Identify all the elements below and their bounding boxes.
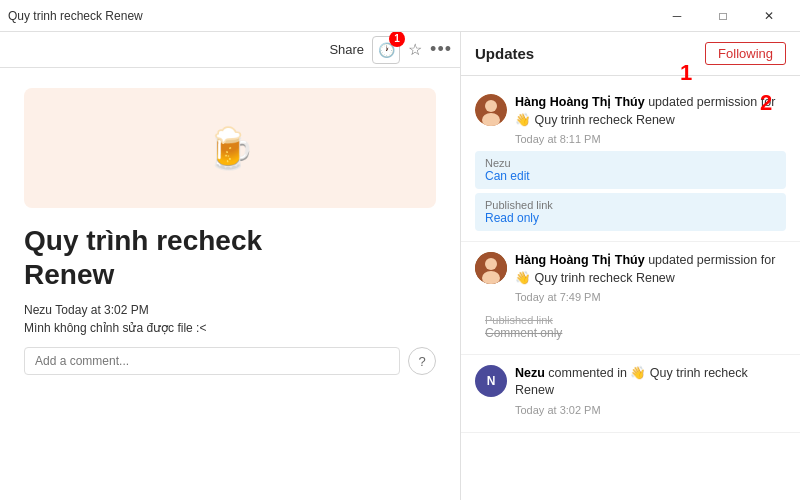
comment-area: ? [24, 347, 436, 375]
update-doc: 👋 Quy trinh recheck Renew [515, 113, 675, 127]
document-hero: 🍺 [24, 88, 436, 208]
update-time: Today at 3:02 PM [515, 403, 786, 418]
updates-header: Updates Following [461, 32, 800, 76]
doc-author: Nezu [24, 303, 52, 317]
permission-box: Nezu Can edit [475, 151, 786, 189]
update-text: Hàng Hoàng Thị Thúy updated permission f… [515, 252, 786, 305]
update-item: Hàng Hoàng Thị Thúy updated permission f… [461, 84, 800, 242]
main-area: Share 🕐 1 ☆ ••• 🍺 Quy trình recheck Rene… [0, 32, 800, 500]
update-action: updated permission for [648, 253, 775, 267]
comment-input[interactable] [24, 347, 400, 375]
left-panel: Share 🕐 1 ☆ ••• 🍺 Quy trình recheck Rene… [0, 32, 460, 500]
permission-label-strike: Published link [485, 314, 776, 326]
update-author: Hàng Hoàng Thị Thúy [515, 253, 645, 267]
share-button[interactable]: Share [329, 42, 364, 57]
update-doc: 👋 Quy trinh recheck Renew [515, 271, 675, 285]
help-button[interactable]: ? [408, 347, 436, 375]
following-button[interactable]: Following [705, 42, 786, 65]
document-content: 🍺 Quy trình recheck Renew Nezu Today at … [0, 68, 460, 500]
document-meta: Nezu Today at 3:02 PM [24, 303, 436, 317]
close-button[interactable]: ✕ [746, 0, 792, 32]
help-icon: ? [418, 354, 425, 369]
right-panel: Updates Following Hàng Hoàng Thị Thúy [460, 32, 800, 500]
updates-title: Updates [475, 45, 534, 62]
toolbar: Share 🕐 1 ☆ ••• [0, 32, 460, 68]
update-action: commented in [548, 366, 630, 380]
update-text: Nezu commented in 👋 Quy trinh recheck Re… [515, 365, 786, 418]
hero-emoji: 🍺 [205, 125, 255, 172]
avatar [475, 94, 507, 126]
update-time: Today at 7:49 PM [515, 290, 786, 305]
update-author: Hàng Hoàng Thị Thúy [515, 95, 645, 109]
title-bar: Quy trinh recheck Renew ─ □ ✕ [0, 0, 800, 32]
permission-value: Can edit [485, 169, 776, 183]
avatar: N [475, 365, 507, 397]
update-item-header: Hàng Hoàng Thị Thúy updated permission f… [475, 94, 786, 147]
history-button[interactable]: 🕐 1 [372, 36, 400, 64]
permission-label: Nezu [485, 157, 776, 169]
permission-label-2: Published link [485, 199, 776, 211]
update-text: Hàng Hoàng Thị Thúy updated permission f… [515, 94, 786, 147]
updates-list: Hàng Hoàng Thị Thúy updated permission f… [461, 76, 800, 500]
update-time: Today at 8:11 PM [515, 132, 786, 147]
permission-value-2: Read only [485, 211, 776, 225]
star-button[interactable]: ☆ [408, 40, 422, 59]
update-item-header: Hàng Hoàng Thị Thúy updated permission f… [475, 252, 786, 305]
doc-timestamp: Today at 3:02 PM [55, 303, 148, 317]
update-item: N Nezu commented in 👋 Quy trinh recheck … [461, 355, 800, 433]
svg-point-1 [485, 100, 497, 112]
permission-box-2: Published link Read only [475, 193, 786, 231]
update-item-header: N Nezu commented in 👋 Quy trinh recheck … [475, 365, 786, 418]
permission-strikethrough-box: Published link Comment only [475, 310, 786, 344]
doc-comment-text: Mình không chỉnh sửa được file :< [24, 321, 436, 335]
more-button[interactable]: ••• [430, 39, 452, 60]
permission-value-strike: Comment only [485, 326, 776, 340]
title-bar-controls: ─ □ ✕ [654, 0, 792, 32]
update-action: updated permission for [648, 95, 775, 109]
page-title: Quy trinh recheck Renew [8, 9, 143, 23]
document-title: Quy trình recheck Renew [24, 224, 436, 291]
update-item: Hàng Hoàng Thị Thúy updated permission f… [461, 242, 800, 354]
title-bar-left: Quy trinh recheck Renew [8, 9, 143, 23]
svg-point-4 [485, 258, 497, 270]
avatar [475, 252, 507, 284]
minimize-button[interactable]: ─ [654, 0, 700, 32]
update-author: Nezu [515, 366, 545, 380]
maximize-button[interactable]: □ [700, 0, 746, 32]
history-badge: 1 [389, 32, 405, 47]
